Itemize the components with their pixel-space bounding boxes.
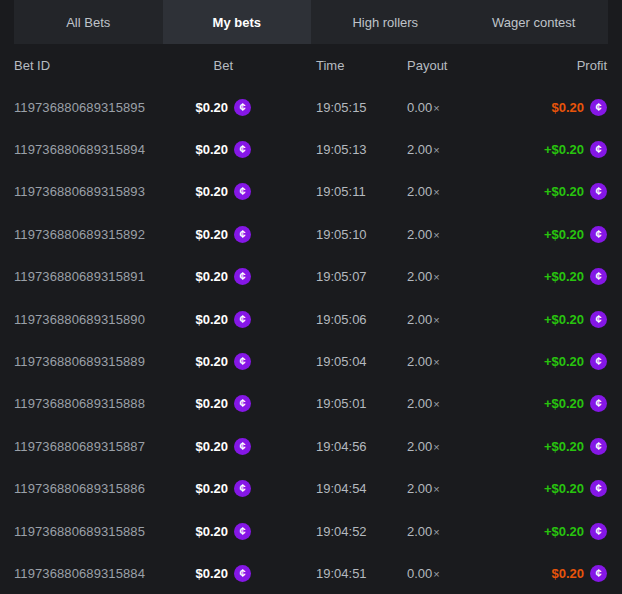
bet-cell: $0.20 ¢ xyxy=(186,226,251,243)
coin-icon: ¢ xyxy=(234,99,251,116)
table-row[interactable]: 119736880689315884 $0.20 ¢ 19:04:51 0.00… xyxy=(0,552,622,594)
bet-amount: $0.20 xyxy=(195,481,228,496)
coin-icon: ¢ xyxy=(590,141,607,158)
coin-icon: ¢ xyxy=(590,311,607,328)
bet-cell: $0.20 ¢ xyxy=(186,183,251,200)
coin-icon: ¢ xyxy=(234,565,251,582)
payout-cell: 2.00× xyxy=(371,184,491,199)
table-row[interactable]: 119736880689315890 $0.20 ¢ 19:05:06 2.00… xyxy=(0,298,622,340)
bets-table-body: 119736880689315895 $0.20 ¢ 19:05:15 0.00… xyxy=(0,86,622,594)
payout-value: 2.00 xyxy=(407,396,432,411)
payout-cell: 0.00× xyxy=(371,100,491,115)
tab-all-bets[interactable]: All Bets xyxy=(14,0,163,44)
time-cell: 19:05:13 xyxy=(251,142,371,157)
bet-cell: $0.20 ¢ xyxy=(186,141,251,158)
profit-amount: +$0.20 xyxy=(544,312,584,327)
time-cell: 19:04:54 xyxy=(251,481,371,496)
tab-wager-contest[interactable]: Wager contest xyxy=(460,0,609,44)
tab-high-rollers[interactable]: High rollers xyxy=(311,0,460,44)
coin-icon: ¢ xyxy=(234,268,251,285)
table-row[interactable]: 119736880689315888 $0.20 ¢ 19:05:01 2.00… xyxy=(0,383,622,425)
time-cell: 19:05:10 xyxy=(251,227,371,242)
coin-icon: ¢ xyxy=(590,99,607,116)
bet-cell: $0.20 ¢ xyxy=(186,395,251,412)
bet-id-cell: 119736880689315890 xyxy=(14,312,186,327)
bet-id-cell: 119736880689315891 xyxy=(14,269,186,284)
payout-cell: 2.00× xyxy=(371,354,491,369)
payout-value: 0.00 xyxy=(407,100,432,115)
coin-icon: ¢ xyxy=(234,480,251,497)
tab-bar: All Bets My bets High rollers Wager cont… xyxy=(14,0,608,44)
coin-icon: ¢ xyxy=(234,311,251,328)
table-row[interactable]: 119736880689315892 $0.20 ¢ 19:05:10 2.00… xyxy=(0,213,622,255)
coin-icon: ¢ xyxy=(590,395,607,412)
coin-icon: ¢ xyxy=(234,395,251,412)
coin-icon: ¢ xyxy=(590,226,607,243)
profit-amount: +$0.20 xyxy=(544,439,584,454)
coin-icon: ¢ xyxy=(234,141,251,158)
payout-cell: 2.00× xyxy=(371,312,491,327)
tab-label: My bets xyxy=(213,15,261,30)
bet-id-cell: 119736880689315888 xyxy=(14,396,186,411)
column-header-profit: Profit xyxy=(491,58,607,73)
coin-icon: ¢ xyxy=(234,523,251,540)
bet-amount: $0.20 xyxy=(195,566,228,581)
multiplier-sign: × xyxy=(433,356,439,368)
payout-cell: 2.00× xyxy=(371,142,491,157)
table-row[interactable]: 119736880689315895 $0.20 ¢ 19:05:15 0.00… xyxy=(0,86,622,128)
payout-value: 2.00 xyxy=(407,269,432,284)
table-row[interactable]: 119736880689315891 $0.20 ¢ 19:05:07 2.00… xyxy=(0,256,622,298)
payout-cell: 2.00× xyxy=(371,439,491,454)
bet-amount: $0.20 xyxy=(195,312,228,327)
profit-amount: +$0.20 xyxy=(544,481,584,496)
bet-amount: $0.20 xyxy=(195,269,228,284)
payout-value: 2.00 xyxy=(407,524,432,539)
payout-cell: 2.00× xyxy=(371,524,491,539)
coin-icon: ¢ xyxy=(234,226,251,243)
profit-cell: +$0.20 ¢ xyxy=(491,438,607,455)
table-row[interactable]: 119736880689315887 $0.20 ¢ 19:04:56 2.00… xyxy=(0,425,622,467)
profit-cell: +$0.20 ¢ xyxy=(491,353,607,370)
profit-amount: +$0.20 xyxy=(544,142,584,157)
coin-icon: ¢ xyxy=(590,353,607,370)
bet-amount: $0.20 xyxy=(195,439,228,454)
tab-my-bets[interactable]: My bets xyxy=(163,0,312,44)
table-row[interactable]: 119736880689315886 $0.20 ¢ 19:04:54 2.00… xyxy=(0,468,622,510)
table-row[interactable]: 119736880689315889 $0.20 ¢ 19:05:04 2.00… xyxy=(0,340,622,382)
bet-cell: $0.20 ¢ xyxy=(186,438,251,455)
column-header-bet-id: Bet ID xyxy=(14,58,186,73)
bet-cell: $0.20 ¢ xyxy=(186,99,251,116)
time-cell: 19:05:15 xyxy=(251,100,371,115)
payout-cell: 2.00× xyxy=(371,396,491,411)
profit-cell: +$0.20 ¢ xyxy=(491,311,607,328)
coin-icon: ¢ xyxy=(590,565,607,582)
profit-cell: +$0.20 ¢ xyxy=(491,226,607,243)
table-header: Bet ID Bet Time Payout Profit xyxy=(0,44,622,86)
table-row[interactable]: 119736880689315885 $0.20 ¢ 19:04:52 2.00… xyxy=(0,510,622,552)
profit-amount: +$0.20 xyxy=(544,184,584,199)
coin-icon: ¢ xyxy=(234,353,251,370)
profit-amount: $0.20 xyxy=(551,566,584,581)
table-row[interactable]: 119736880689315893 $0.20 ¢ 19:05:11 2.00… xyxy=(0,171,622,213)
bet-id-cell: 119736880689315893 xyxy=(14,184,186,199)
multiplier-sign: × xyxy=(433,229,439,241)
payout-value: 2.00 xyxy=(407,439,432,454)
profit-cell: +$0.20 ¢ xyxy=(491,480,607,497)
payout-cell: 2.00× xyxy=(371,481,491,496)
time-cell: 19:05:04 xyxy=(251,354,371,369)
bet-amount: $0.20 xyxy=(195,227,228,242)
bet-cell: $0.20 ¢ xyxy=(186,311,251,328)
tab-label: Wager contest xyxy=(492,15,575,30)
bet-amount: $0.20 xyxy=(195,524,228,539)
bet-id-cell: 119736880689315889 xyxy=(14,354,186,369)
profit-amount: +$0.20 xyxy=(544,227,584,242)
multiplier-sign: × xyxy=(433,186,439,198)
table-row[interactable]: 119736880689315894 $0.20 ¢ 19:05:13 2.00… xyxy=(0,128,622,170)
bet-cell: $0.20 ¢ xyxy=(186,565,251,582)
column-header-bet: Bet xyxy=(186,58,251,73)
bet-id-cell: 119736880689315885 xyxy=(14,524,186,539)
coin-icon: ¢ xyxy=(234,438,251,455)
column-header-time: Time xyxy=(251,58,371,73)
payout-value: 2.00 xyxy=(407,227,432,242)
payout-value: 2.00 xyxy=(407,184,432,199)
